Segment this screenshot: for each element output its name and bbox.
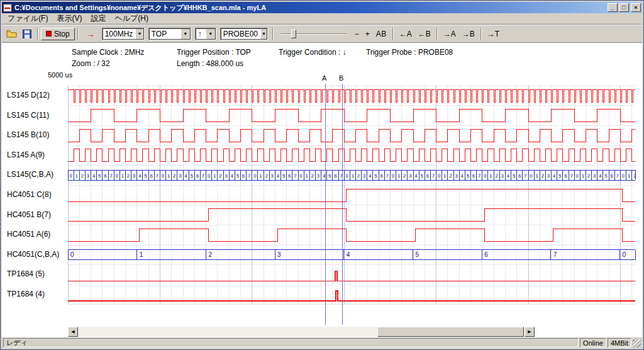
bus-value: 2 [127,173,130,179]
chevron-down-icon[interactable]: ▼ [135,28,143,40]
zoom-slider-thumb[interactable] [291,30,296,38]
zoom-slider[interactable] [281,28,347,40]
probe-value: PROBE00 [221,30,260,38]
bus-value: 1 [306,173,309,179]
bus-value: 7 [109,173,113,179]
channel-label: HC4051 A(6) [7,230,50,239]
menu-file[interactable]: ファイル(F) [3,13,52,25]
toolbar-separator [392,28,394,40]
title-bar[interactable]: C:¥Documents and Settings¥noname¥デスクトップ¥… [2,2,642,13]
bus-value: 2 [173,173,176,179]
scrollbar-thumb[interactable] [377,327,524,337]
wave-square [68,229,635,241]
waveform-display[interactable]: 0123456701234567012345670123456701234567… [2,43,642,337]
stop-label: Stop [54,30,70,38]
goto-trigger-button[interactable]: →T [484,29,502,39]
chevron-down-icon[interactable]: ▼ [260,28,267,40]
chevron-down-icon[interactable]: ▼ [206,28,216,40]
minimize-button[interactable]: _ [608,3,618,12]
menu-settings[interactable]: 設定 [86,13,110,25]
scroll-left-icon[interactable]: ◀ [68,327,78,337]
trigger-edge-select[interactable]: ↑ ▼ [195,28,216,40]
bus-value: 0 [208,173,211,179]
goto-cursor-a-right-button[interactable]: →A [440,29,459,39]
bus-value: 7 [156,173,159,179]
stop-button[interactable]: Stop [41,28,75,40]
bus-value: 1 [352,173,355,179]
bus-value: 1 [259,173,262,179]
menu-help[interactable]: ヘルプ(H) [110,13,153,25]
bus-value: 4 [507,173,510,179]
info-length: Length : 488.000 us [177,59,243,68]
menu-view[interactable]: 表示(V) [52,13,86,25]
channel-label: HC4051 B(7) [7,210,51,219]
channel-label: HC4051 C(8) [7,190,52,199]
cursor-a-label[interactable]: A [322,74,326,82]
bus-value: 6 [518,173,521,179]
bus-value: 2 [219,173,222,179]
info-zoom: Zoom : / 32 [72,59,110,68]
close-button[interactable]: × [631,3,641,12]
run-button[interactable]: → [81,29,100,39]
bus-value: 0 [484,173,487,179]
bus-value: 6 [426,173,430,179]
channel-label: TP1684 (5) [7,269,45,278]
bus-value: 7 [248,173,251,179]
app-window: C:¥Documents and Settings¥noname¥デスクトップ¥… [0,0,644,350]
bus-value: 6 [288,173,291,179]
bus-value: 6 [380,173,383,179]
wave-square [68,110,635,122]
sample-clock-value: 100MHz [103,30,136,38]
info-trigger-position: Trigger Position : TOP [177,48,251,57]
probe-select[interactable]: PROBE00 ▼ [220,28,268,40]
bus-value: 0 [70,251,74,258]
bus-value: 2 [587,173,591,179]
bus-value: 4 [277,173,280,179]
stop-icon [46,31,52,37]
bus-value: 7 [478,173,481,179]
bus-value: 3 [277,251,281,258]
zoom-in-button[interactable]: + [362,29,373,39]
bus-value: 5 [374,173,377,179]
bus-value: 5 [416,251,419,258]
bus-value: 3 [593,173,596,179]
save-button[interactable] [19,27,35,41]
resize-grip[interactable] [633,339,641,347]
bus-value: 4 [138,173,142,179]
bus-value: 6 [242,173,245,179]
scroll-right-icon[interactable]: ▶ [525,327,535,337]
cursor-b-label[interactable]: B [339,74,343,82]
goto-cursor-b-left-button[interactable]: ←B [415,29,434,39]
channel-label: LS145 D(12) [7,91,50,99]
ab-span-button[interactable]: AB [373,29,390,39]
bus-value: 1 [443,173,447,179]
bus-value: 3 [271,173,274,179]
bus-value: 0 [162,173,165,179]
toolbar-separator [480,28,482,40]
goto-cursor-b-right-button[interactable]: →B [459,29,478,39]
trigger-edge-value: ↑ [196,30,206,38]
bus-value: 3 [87,173,90,179]
zoom-out-button[interactable]: − [352,29,362,39]
chevron-down-icon[interactable]: ▼ [180,28,191,40]
status-ready: レディ [3,338,579,347]
channel-label: LS145 B(10) [7,130,49,139]
bus-value: 4 [92,173,96,179]
trigger-position-select[interactable]: TOP ▼ [148,28,191,40]
open-button[interactable] [4,27,19,41]
bus-value: 4 [231,173,234,179]
bus-value: 3 [179,173,182,179]
horizontal-scrollbar[interactable]: ◀ ▶ [68,327,535,337]
sample-clock-select[interactable]: 100MHz ▼ [102,28,145,40]
maximize-button[interactable]: □ [619,3,629,12]
bus-value: 4 [414,173,418,179]
bus-value: 3 [133,173,136,179]
bus-value: 7 [616,173,619,179]
channel-label: TP1684 (4) [7,290,45,298]
goto-cursor-a-left-button[interactable]: ←A [396,29,415,39]
bus-value: 5 [98,173,101,179]
bus-value: 0 [623,251,626,258]
bus-value: 2 [541,173,545,179]
bus-value: 1 [167,173,170,179]
bus-value: 4 [461,173,464,179]
